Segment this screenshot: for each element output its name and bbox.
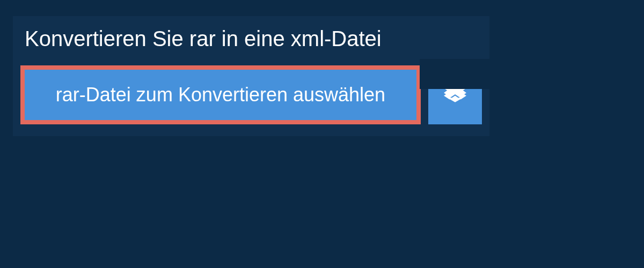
button-row: rar-Datei zum Konvertieren auswählen: [13, 53, 489, 136]
converter-panel: Konvertieren Sie rar in eine xml-Datei r…: [13, 16, 489, 136]
select-file-button[interactable]: rar-Datei zum Konvertieren auswählen: [20, 65, 421, 124]
title-cutout: [420, 59, 489, 89]
select-file-label: rar-Datei zum Konvertieren auswählen: [56, 84, 385, 106]
page-title: Konvertieren Sie rar in eine xml-Datei: [25, 26, 403, 51]
title-wrap: Konvertieren Sie rar in eine xml-Datei: [13, 16, 489, 53]
